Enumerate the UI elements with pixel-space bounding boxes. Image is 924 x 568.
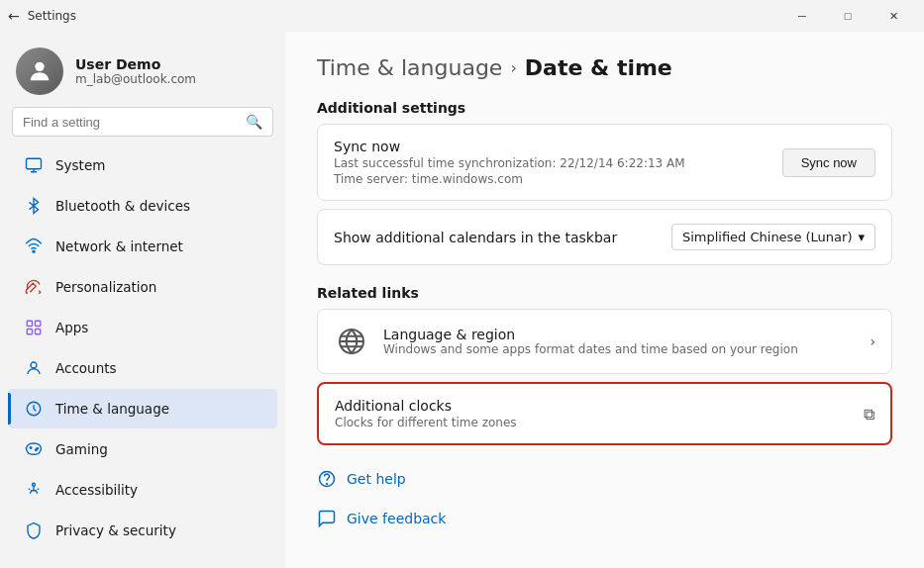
sync-title: Sync now [334,139,685,154]
sidebar-item-bluetooth-label: Bluetooth & devices [55,198,190,214]
svg-point-14 [327,484,328,485]
calendar-card-inner: Show additional calendars in the taskbar… [318,210,891,264]
minimize-button[interactable]: ─ [779,0,825,32]
user-email: m_lab@outlook.com [75,72,196,86]
language-region-row[interactable]: Language & region Windows and some apps … [318,310,891,373]
privacy-icon [24,521,44,540]
svg-point-0 [35,62,44,71]
svg-point-10 [36,449,38,451]
system-icon [24,155,44,175]
get-help-label[interactable]: Get help [347,471,406,487]
time-icon [24,399,44,419]
additional-clocks-row[interactable]: Additional clocks Clocks for different t… [319,384,890,443]
language-region-chevron-icon: › [870,333,875,349]
app-title: Settings [28,9,76,23]
svg-rect-4 [36,321,41,326]
sidebar-item-accessibility-label: Accessibility [55,482,138,498]
window-controls: ─ □ ✕ [779,0,916,32]
get-help-icon [317,469,337,489]
accounts-icon [24,358,44,378]
sidebar-item-personalization[interactable]: Personalization [8,267,277,307]
sidebar-item-system-label: System [55,157,105,173]
additional-clocks-info: Additional clocks Clocks for different t… [335,398,517,429]
network-icon [24,237,44,256]
sidebar-item-accounts-label: Accounts [55,360,117,376]
help-section: Get help Give feedback [317,461,892,536]
language-region-text: Language & region Windows and some apps … [383,327,856,356]
breadcrumb-current: Date & time [525,55,672,80]
avatar [16,47,63,95]
sync-card-inner: Sync now Last successful time synchroniz… [318,125,891,200]
svg-rect-5 [27,330,32,334]
sidebar-item-gaming-label: Gaming [55,441,108,457]
additional-settings-title: Additional settings [317,100,892,116]
svg-rect-1 [27,158,42,169]
sidebar-item-privacy-label: Privacy & security [55,522,176,538]
svg-point-11 [33,483,36,486]
additional-clocks-title: Additional clocks [335,398,517,414]
svg-rect-6 [36,330,41,334]
svg-rect-3 [27,321,32,326]
user-profile[interactable]: User Demo m_lab@outlook.com [0,32,285,107]
search-input[interactable] [23,115,238,130]
breadcrumb-parent[interactable]: Time & language [317,55,502,80]
get-help-link[interactable]: Get help [317,461,892,497]
accessibility-icon [24,480,44,500]
sidebar-item-accessibility[interactable]: Accessibility [8,470,277,510]
sidebar-item-network-label: Network & internet [55,238,183,254]
calendar-select[interactable]: Simplified Chinese (Lunar) ▾ [671,224,875,250]
nav-menu: System Bluetooth & devices [0,144,285,551]
give-feedback-icon [317,509,337,528]
main-content: Time & language › Date & time Additional… [285,32,924,568]
svg-point-7 [31,362,37,368]
give-feedback-label[interactable]: Give feedback [347,511,446,526]
sync-last: Last successful time synchronization: 22… [334,156,685,170]
search-icon: 🔍 [246,114,262,130]
calendar-chevron-icon: ▾ [858,230,865,244]
back-icon[interactable]: ← [8,8,20,24]
language-region-desc: Windows and some apps format dates and t… [383,342,856,356]
search-box[interactable]: 🔍 [12,107,273,137]
language-region-card[interactable]: Language & region Windows and some apps … [317,309,892,374]
language-region-title: Language & region [383,327,856,342]
sidebar-item-time-label: Time & language [55,401,169,417]
svg-point-2 [33,250,35,252]
external-link-icon: ⧉ [864,405,874,424]
close-button[interactable]: ✕ [871,0,916,32]
sidebar-item-privacy[interactable]: Privacy & security [8,511,277,550]
sidebar-item-gaming[interactable]: Gaming [8,429,277,469]
additional-clocks-desc: Clocks for different time zones [335,416,517,429]
maximize-button[interactable]: □ [825,0,871,32]
personalization-icon [24,277,44,297]
sidebar-item-personalization-label: Personalization [55,279,156,295]
related-links-title: Related links [317,285,892,301]
user-info: User Demo m_lab@outlook.com [75,56,196,86]
calendar-card: Show additional calendars in the taskbar… [317,209,892,265]
related-links-section: Related links Language & regio [317,285,892,445]
calendar-value: Simplified Chinese (Lunar) [682,230,853,244]
sidebar-item-bluetooth[interactable]: Bluetooth & devices [8,186,277,226]
give-feedback-link[interactable]: Give feedback [317,501,892,536]
breadcrumb: Time & language › Date & time [317,55,892,80]
user-name: User Demo [75,56,196,72]
calendar-label: Show additional calendars in the taskbar [334,230,617,245]
additional-clocks-card[interactable]: Additional clocks Clocks for different t… [317,382,892,445]
sync-info: Sync now Last successful time synchroniz… [334,139,685,186]
apps-icon [24,318,44,337]
language-icon [334,324,369,359]
sidebar-item-network[interactable]: Network & internet [8,227,277,266]
sync-card: Sync now Last successful time synchroniz… [317,124,892,201]
sidebar: User Demo m_lab@outlook.com 🔍 System [0,32,285,568]
bluetooth-icon [24,196,44,216]
breadcrumb-separator: › [510,58,516,77]
sync-server: Time server: time.windows.com [334,172,685,186]
gaming-icon [24,439,44,459]
sidebar-item-accounts[interactable]: Accounts [8,348,277,388]
sidebar-item-time[interactable]: Time & language [8,389,277,428]
sidebar-item-apps-label: Apps [55,320,88,335]
sidebar-item-apps[interactable]: Apps [8,308,277,347]
titlebar: ← Settings ─ □ ✕ [0,0,924,32]
sync-now-button[interactable]: Sync now [782,148,875,177]
sidebar-item-system[interactable]: System [8,145,277,185]
